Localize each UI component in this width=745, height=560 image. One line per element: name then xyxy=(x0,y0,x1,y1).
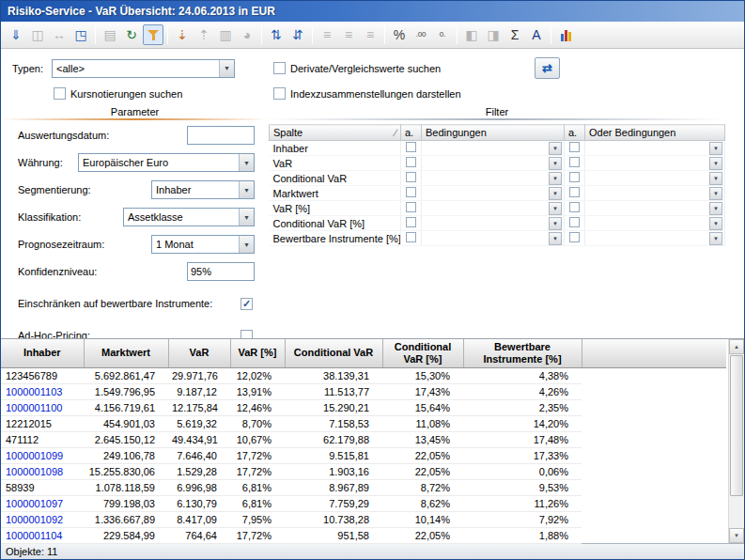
filter-or-condition-combo[interactable]: ▼ xyxy=(587,172,722,185)
chevron-down-icon[interactable]: ▼ xyxy=(239,236,254,253)
chevron-down-icon[interactable]: ▼ xyxy=(709,157,722,170)
table-row[interactable]: 4711122.645.150,1249.434,9110,67%62.179,… xyxy=(1,431,726,447)
filter-header-bedingungen[interactable]: Bedingungen xyxy=(422,125,565,141)
filter-or-condition-combo[interactable]: ▼ xyxy=(587,142,722,155)
filter-active-checkbox[interactable] xyxy=(406,172,416,182)
table-row[interactable]: 10000011004.156.719,6112.175,8412,46%15.… xyxy=(1,399,726,415)
filter-row[interactable]: VaR▼▼ xyxy=(270,156,725,171)
sum-icon[interactable]: Σ xyxy=(504,24,525,45)
filter-active-checkbox[interactable] xyxy=(406,217,416,227)
table-row[interactable]: 12212015454.901,035.619,328,70%7.158,531… xyxy=(1,415,726,431)
field-input[interactable] xyxy=(187,126,255,145)
filter-or-active-checkbox[interactable] xyxy=(569,217,580,227)
filter-or-active-checkbox[interactable] xyxy=(569,187,580,197)
field-combo[interactable]: Assetklasse▼ xyxy=(123,208,255,226)
chevron-down-icon[interactable]: ▼ xyxy=(239,209,254,226)
filter-active-checkbox[interactable] xyxy=(406,187,416,197)
chevron-down-icon[interactable]: ▼ xyxy=(709,142,722,155)
filter-row[interactable]: Marktwert▼▼ xyxy=(270,186,725,201)
checkbox-box[interactable] xyxy=(54,87,66,100)
refresh-icon[interactable]: ↻ xyxy=(121,24,142,45)
filter-condition-combo[interactable]: ▼ xyxy=(424,187,562,200)
chevron-down-icon[interactable]: ▼ xyxy=(549,217,562,230)
scroll-up-icon[interactable]: ▲ xyxy=(729,339,744,354)
field-input[interactable] xyxy=(187,262,255,281)
filter-icon[interactable] xyxy=(143,24,163,45)
chevron-down-icon[interactable]: ▼ xyxy=(709,187,722,200)
column-header[interactable]: Conditional VaR [%] xyxy=(382,339,463,367)
table-row[interactable]: 1000001097799.198,036.130,796,81%7.759,2… xyxy=(1,495,726,511)
chart-icon[interactable] xyxy=(555,24,576,45)
filter-active-checkbox[interactable] xyxy=(406,202,416,212)
derivate-checkbox[interactable]: Derivate/Vergleichswerte suchen xyxy=(273,62,520,74)
table-row[interactable]: 1000001099249.106,787.646,4017,72%9.515,… xyxy=(1,447,726,463)
table-row[interactable]: 10000010921.336.667,898.417,097,95%10.73… xyxy=(1,511,726,527)
checkbox-box[interactable] xyxy=(273,87,286,100)
filter-or-active-checkbox[interactable] xyxy=(569,232,580,242)
filter-active-checkbox[interactable] xyxy=(406,157,416,167)
percent-icon[interactable]: % xyxy=(389,24,410,45)
chevron-down-icon[interactable]: ▼ xyxy=(549,172,562,185)
filter-header-aktiv-2[interactable]: a. xyxy=(565,125,585,141)
filter-or-condition-combo[interactable]: ▼ xyxy=(587,202,722,215)
chevron-down-icon[interactable]: ▼ xyxy=(239,181,254,198)
chevron-down-icon[interactable]: ▼ xyxy=(709,202,722,215)
vertical-scrollbar[interactable]: ▲ ▼ xyxy=(728,339,744,543)
table-row[interactable]: 1000001104229.584,99764,6417,72%951,5822… xyxy=(1,527,726,543)
typen-combo[interactable]: <alle> ▼ xyxy=(52,59,235,78)
field-checkbox[interactable]: ✓ xyxy=(241,298,253,310)
chevron-down-icon[interactable]: ▼ xyxy=(709,232,722,245)
add-decimal-icon[interactable]: .00 xyxy=(411,24,431,45)
chevron-down-icon[interactable]: ▼ xyxy=(549,157,562,170)
filter-or-active-checkbox[interactable] xyxy=(569,202,580,212)
sort-descending-icon[interactable]: ⇵ xyxy=(287,24,308,45)
drill-down-icon[interactable]: ⇣ xyxy=(172,24,193,45)
filter-row[interactable]: Bewertbare Instrumente [%]▼▼ xyxy=(270,231,725,246)
chevron-down-icon[interactable]: ▼ xyxy=(549,142,562,155)
filter-or-active-checkbox[interactable] xyxy=(569,142,580,152)
title-bar[interactable]: Risiko-Service - VaR Übersicht: 24.06.20… xyxy=(1,1,744,22)
column-header[interactable]: Marktwert xyxy=(84,339,168,367)
chevron-down-icon[interactable]: ▼ xyxy=(549,202,562,215)
filter-or-condition-combo[interactable]: ▼ xyxy=(587,187,722,200)
filter-condition-combo[interactable]: ▼ xyxy=(424,142,562,155)
table-row[interactable]: 589391.078.118,596.996,986,81%8.967,898,… xyxy=(1,479,726,495)
field-checkbox[interactable] xyxy=(241,330,253,339)
font-icon[interactable]: A xyxy=(526,24,547,45)
table-row[interactable]: 1234567895.692.861,4729.971,7612,02%38.1… xyxy=(1,367,726,383)
filter-or-active-checkbox[interactable] xyxy=(569,172,580,182)
index-checkbox[interactable]: Indexzusammenstellungen darstellen xyxy=(273,87,520,100)
filter-condition-combo[interactable]: ▼ xyxy=(424,157,562,170)
field-combo[interactable]: 1 Monat▼ xyxy=(151,235,255,254)
column-header[interactable]: Bewertbare Instrumente [%] xyxy=(463,339,582,367)
chevron-down-icon[interactable]: ▼ xyxy=(239,154,254,171)
filter-row[interactable]: Conditional VaR▼▼ xyxy=(270,171,725,186)
chevron-down-icon[interactable]: ▼ xyxy=(219,60,234,77)
filter-header-oder-bedingungen[interactable]: Oder Bedingungen xyxy=(585,125,725,141)
column-header[interactable]: VaR [%] xyxy=(230,339,285,367)
filter-condition-combo[interactable]: ▼ xyxy=(424,217,562,230)
chevron-down-icon[interactable]: ▼ xyxy=(709,217,722,230)
export-icon[interactable]: ⇓ xyxy=(6,24,26,45)
column-header[interactable]: Inhaber xyxy=(1,339,84,367)
chevron-down-icon[interactable]: ▼ xyxy=(709,172,722,185)
filter-active-checkbox[interactable] xyxy=(406,142,416,152)
filter-condition-combo[interactable]: ▼ xyxy=(424,202,562,215)
filter-or-active-checkbox[interactable] xyxy=(569,157,580,167)
field-combo[interactable]: Europäischer Euro▼ xyxy=(78,153,255,172)
filter-active-checkbox[interactable] xyxy=(406,232,416,242)
remove-decimal-icon[interactable]: 0. xyxy=(432,24,453,45)
filter-or-condition-combo[interactable]: ▼ xyxy=(587,157,722,170)
field-combo[interactable]: Inhaber▼ xyxy=(151,180,255,199)
column-header[interactable]: Conditional VaR xyxy=(285,339,382,367)
filter-or-condition-combo[interactable]: ▼ xyxy=(587,217,722,230)
expand-icon[interactable]: ◳ xyxy=(70,24,91,45)
scroll-down-icon[interactable]: ▼ xyxy=(729,528,744,543)
chevron-down-icon[interactable]: ▼ xyxy=(549,187,562,200)
table-row[interactable]: 100000109815.255.830,061.529,2817,72%1.9… xyxy=(1,463,726,479)
filter-header-aktiv-1[interactable]: a. xyxy=(401,125,422,141)
filter-row[interactable]: Inhaber▼▼ xyxy=(270,141,725,156)
kursnotierungen-checkbox[interactable]: Kursnotierungen suchen xyxy=(52,87,273,100)
column-header[interactable]: VaR xyxy=(168,339,230,367)
filter-or-condition-combo[interactable]: ▼ xyxy=(587,232,722,245)
